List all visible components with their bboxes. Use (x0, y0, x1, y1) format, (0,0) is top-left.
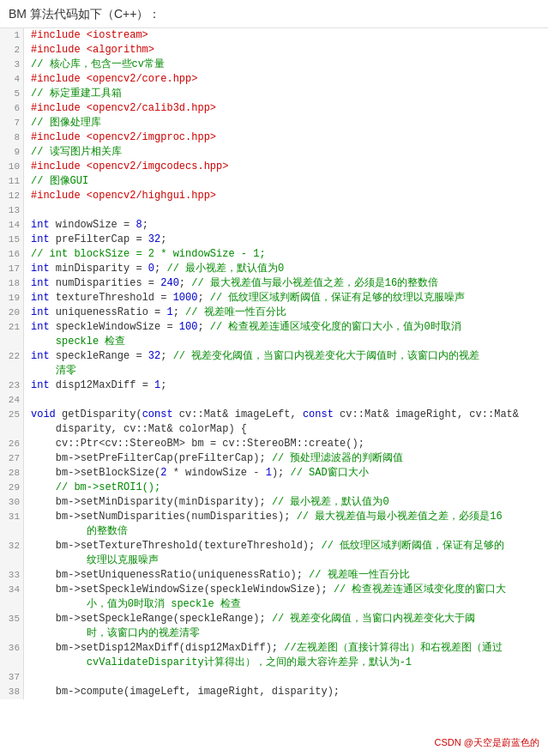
code-line-34: bm->setSpeckleWindowSize(speckleWindowSi… (29, 583, 548, 597)
watermark: CSDN @天空是蔚蓝色的 (435, 736, 539, 749)
code-line-25: void getDisparity(const cv::Mat& imageLe… (29, 408, 548, 422)
ln-30: 30 (0, 495, 23, 510)
ln-26: 26 (0, 437, 23, 451)
code-block: 1 2 3 4 5 6 7 8 9 10 11 12 13 14 15 16 1… (0, 28, 548, 699)
ln-10: 10 (0, 160, 23, 174)
ln-32: 32 (0, 539, 23, 553)
code-line-36: bm->setDisp12MaxDiff(disp12MaxDiff); //左… (29, 641, 548, 656)
ln-15: 15 (0, 233, 23, 247)
code-line-5: // 标定重建工具箱 (29, 87, 548, 101)
ln-8: 8 (0, 130, 23, 145)
code-line-35: bm->setSpeckleRange(speckleRange); // 视差… (29, 612, 548, 626)
code-line-23: int disp12MaxDiff = 1; (29, 378, 548, 393)
code-line-37 (29, 670, 548, 685)
ln-33: 33 (0, 568, 23, 583)
code-line-32b: 纹理以克服噪声 (29, 553, 548, 568)
code-line-31: bm->setNumDisparities(numDisparities); /… (29, 510, 548, 524)
code-line-29: // bm->setROI1(); (29, 481, 548, 495)
ln-21: 21 (0, 320, 23, 335)
ln-20: 20 (0, 305, 23, 320)
code-line-6: #include <opencv2/calib3d.hpp> (29, 101, 548, 116)
page-title: BM 算法代码如下（C++）： (0, 0, 548, 28)
ln-27: 27 (0, 451, 23, 466)
code-line-2: #include <algorithm> (29, 43, 548, 57)
ln-11: 11 (0, 174, 23, 189)
code-line-34b: 小，值为0时取消 speckle 检查 (29, 597, 548, 612)
ln-3: 3 (0, 57, 23, 72)
code-line-15: int preFilterCap = 32; (29, 233, 548, 247)
code-line-36b: cvValidateDisparity计算得出），之间的最大容许差异，默认为-1 (29, 656, 548, 670)
ln-37: 37 (0, 670, 23, 685)
ln-16: 16 (0, 247, 23, 262)
code-line-33: bm->setUniquenessRatio(uniquenessRatio);… (29, 568, 548, 583)
code-line-18: int numDisparities = 240; // 最大视差值与最小视差值… (29, 276, 548, 291)
ln-12: 12 (0, 189, 23, 203)
ln-2: 2 (0, 43, 23, 57)
code-line-26: cv::Ptr<cv::StereoBM> bm = cv::StereoBM:… (29, 437, 548, 451)
ln-19: 19 (0, 291, 23, 305)
ln-25: 25 (0, 408, 23, 422)
ln-23: 23 (0, 378, 23, 393)
code-line-1: #include <iostream> (29, 28, 548, 43)
code-line-20: int uniquenessRatio = 1; // 视差唯一性百分比 (29, 305, 548, 320)
code-line-9: // 读写图片相关库 (29, 145, 548, 160)
code-line-14: int windowSize = 8; (29, 218, 548, 233)
ln-24: 24 (0, 393, 23, 408)
ln-28: 28 (0, 466, 23, 481)
code-line-8: #include <opencv2/imgproc.hpp> (29, 130, 548, 145)
code-line-22b: 清零 (29, 364, 548, 378)
ln-38: 38 (0, 685, 23, 699)
ln-22: 22 (0, 349, 23, 364)
ln-1: 1 (0, 28, 23, 43)
ln-7: 7 (0, 116, 23, 130)
ln-13: 13 (0, 203, 23, 218)
code-content: #include <iostream> #include <algorithm>… (24, 28, 548, 699)
code-line-16: // int blockSize = 2 * windowSize - 1; (29, 247, 548, 262)
code-line-12: #include <opencv2/highgui.hpp> (29, 189, 548, 203)
ln-36: 36 (0, 641, 23, 656)
code-line-25b: disparity, cv::Mat& colorMap) { (29, 422, 548, 437)
ln-29: 29 (0, 481, 23, 495)
code-line-30: bm->setMinDisparity(minDisparity); // 最小… (29, 495, 548, 510)
code-line-11: // 图像GUI (29, 174, 548, 189)
code-line-27: bm->setPreFilterCap(preFilterCap); // 预处… (29, 451, 548, 466)
code-line-32: bm->setTextureThreshold(textureThreshold… (29, 539, 548, 553)
code-line-24 (29, 393, 548, 408)
ln-35: 35 (0, 612, 23, 626)
ln-9: 9 (0, 145, 23, 160)
code-line-35b: 时，该窗口内的视差清零 (29, 626, 548, 641)
ln-31: 31 (0, 510, 23, 524)
line-numbers: 1 2 3 4 5 6 7 8 9 10 11 12 13 14 15 16 1… (0, 28, 24, 699)
code-line-19: int textureThreshold = 1000; // 低纹理区域判断阈… (29, 291, 548, 305)
ln-5: 5 (0, 87, 23, 101)
ln-14: 14 (0, 218, 23, 233)
code-line-4: #include <opencv2/core.hpp> (29, 72, 548, 87)
ln-6: 6 (0, 101, 23, 116)
code-line-28: bm->setBlockSize(2 * windowSize - 1); //… (29, 466, 548, 481)
page-container: BM 算法代码如下（C++）： 1 2 3 4 5 6 7 8 9 10 11 … (0, 0, 548, 756)
code-line-13 (29, 203, 548, 218)
ln-34: 34 (0, 583, 23, 597)
code-line-3: // 核心库，包含一些cv常量 (29, 57, 548, 72)
code-line-31b: 的整数倍 (29, 524, 548, 539)
ln-4: 4 (0, 72, 23, 87)
code-line-17: int minDisparity = 0; // 最小视差，默认值为0 (29, 262, 548, 276)
ln-18: 18 (0, 276, 23, 291)
code-line-21b: speckle 检查 (29, 335, 548, 349)
code-line-21: int speckleWindowSize = 100; // 检查视差连通区域… (29, 320, 548, 335)
code-line-38: bm->compute(imageLeft, imageRight, dispa… (29, 685, 548, 699)
code-line-10: #include <opencv2/imgcodecs.hpp> (29, 160, 548, 174)
ln-17: 17 (0, 262, 23, 276)
code-line-7: // 图像处理库 (29, 116, 548, 130)
code-line-22: int speckleRange = 32; // 视差变化阈值，当窗口内视差变… (29, 349, 548, 364)
